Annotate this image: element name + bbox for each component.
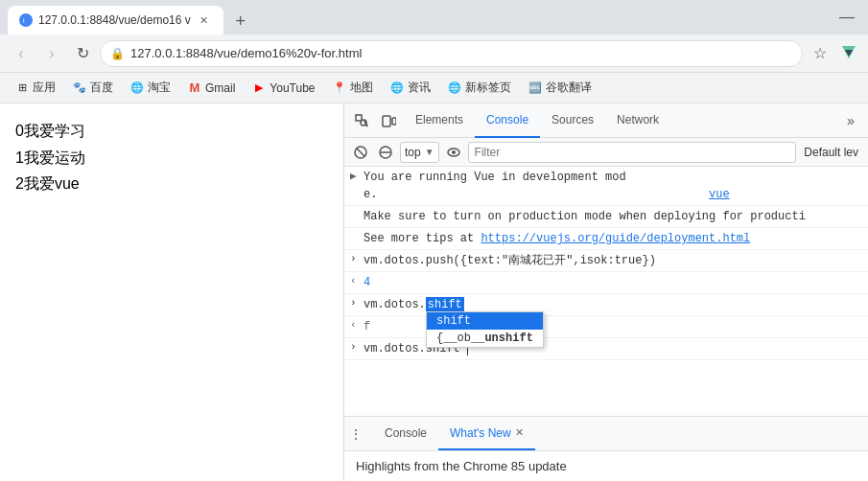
- filter-input[interactable]: [468, 142, 797, 163]
- news-icon: 🌐: [390, 81, 404, 95]
- address-bar[interactable]: 🔒 127.0.0.1:8848/vue/demo16%20v-for.html: [100, 40, 803, 67]
- vue-link[interactable]: vue: [709, 188, 730, 201]
- svg-rect-8: [392, 118, 396, 125]
- bookmark-baidu[interactable]: 🐾 百度: [65, 77, 121, 99]
- bookmark-news[interactable]: 🌐 资讯: [383, 77, 438, 99]
- tab-elements[interactable]: Elements: [404, 103, 475, 138]
- navigation-bar: ‹ › ↻ 🔒 127.0.0.1:8848/vue/demo16%20v-fo…: [0, 34, 868, 73]
- list-item-0: 0我爱学习: [15, 119, 328, 144]
- bookmark-youtube-label: YouTube: [270, 81, 315, 95]
- console-prompt-arrow3: ›: [350, 341, 364, 353]
- console-result-arrow2: ‹: [350, 319, 364, 331]
- console-arrow-spacer: [350, 209, 364, 220]
- bookmark-maps-label: 地图: [350, 80, 373, 96]
- context-value: top: [405, 146, 421, 159]
- bottom-tab-console[interactable]: Console: [373, 417, 438, 450]
- clear-console-button[interactable]: [350, 142, 371, 163]
- browser-tab[interactable]: i 127.0.0.1:8848/vue/demo16 v ✕: [8, 6, 223, 34]
- refresh-button[interactable]: ↻: [69, 40, 96, 67]
- whats-new-highlights: Highlights from the Chrome 85 update: [356, 459, 567, 473]
- list-item-1: 1我爱运动: [15, 146, 328, 171]
- context-dropdown-arrow: ▼: [425, 147, 434, 157]
- translate-icon: 🔤: [528, 81, 542, 95]
- bottom-menu-button[interactable]: ⋮: [344, 417, 367, 451]
- bookmarks-bar: ⊞ 应用 🐾 百度 🌐 淘宝 M Gmail ▶ YouTube 📍 地图 🌐 …: [0, 73, 868, 103]
- maps-icon: 📍: [333, 81, 346, 95]
- console-prompt-arrow2: ›: [350, 297, 364, 309]
- log-level-selector[interactable]: Default lev: [800, 146, 862, 159]
- youtube-icon: ▶: [252, 81, 266, 95]
- svg-rect-7: [383, 116, 390, 126]
- vuejs-deployment-link[interactable]: https://vuejs.org/guide/deployment.html: [481, 232, 750, 245]
- minimize-button[interactable]: —: [833, 4, 860, 31]
- bookmark-apps-label: 应用: [33, 80, 56, 96]
- console-line-result4: ‹ 4: [344, 272, 868, 294]
- console-arrow-spacer2: [350, 231, 364, 242]
- console-message-text: You are running Vue in development mode.…: [364, 169, 862, 203]
- main-content: 0我爱学习 1我爱运动 2我爱vue Elements Console Sour…: [0, 103, 868, 481]
- security-icon: 🔒: [110, 47, 125, 60]
- console-line-shift: › vm.dotos.shift shift {__ob__unshift: [344, 294, 868, 316]
- bookmark-button[interactable]: ☆: [807, 40, 833, 67]
- console-line-shift2: › vm.dotos.shift: [344, 338, 868, 360]
- bookmark-newtab[interactable]: 🌐 新标签页: [440, 77, 519, 99]
- svg-line-10: [357, 149, 364, 156]
- svg-rect-4: [356, 115, 362, 121]
- whats-new-panel: Highlights from the Chrome 85 update: [344, 450, 868, 481]
- inspect-element-button[interactable]: [350, 109, 373, 132]
- bookmark-gmail[interactable]: M Gmail: [180, 79, 243, 98]
- bookmark-news-label: 资讯: [408, 80, 431, 96]
- bookmark-apps[interactable]: ⊞ 应用: [8, 77, 63, 99]
- tab-close-button[interactable]: ✕: [197, 12, 212, 28]
- list-item-2: 2我爱vue: [15, 172, 328, 196]
- devtools-header: Elements Console Sources Network »: [344, 103, 868, 138]
- tab-network[interactable]: Network: [605, 103, 670, 138]
- autocomplete-unshift[interactable]: {__ob__unshift: [427, 330, 543, 347]
- context-selector[interactable]: top ▼: [400, 142, 439, 163]
- console-expand-arrow[interactable]: ▶: [350, 170, 364, 182]
- console-result-arrow: ‹: [350, 275, 364, 286]
- devtools-more-tabs-button[interactable]: »: [839, 109, 862, 132]
- devtools-toolbar: top ▼ Default lev: [344, 138, 868, 167]
- autocomplete-shift[interactable]: shift: [427, 312, 543, 330]
- title-bar: i 127.0.0.1:8848/vue/demo16 v ✕ + —: [0, 0, 868, 34]
- back-button[interactable]: ‹: [8, 40, 35, 67]
- newtab-icon: 🌐: [448, 81, 461, 95]
- devtools-bottom-bar: ⋮ Console What's New ✕: [344, 416, 868, 450]
- baidu-icon: 🐾: [73, 81, 86, 95]
- console-line-vue2: Make sure to turn on production mode whe…: [344, 206, 868, 228]
- apps-icon: ⊞: [15, 81, 29, 95]
- devtools-tabs: Elements Console Sources Network: [404, 103, 835, 138]
- console-output: ▶ You are running Vue in development mod…: [344, 167, 868, 416]
- bookmark-gmail-label: Gmail: [205, 81, 235, 95]
- eye-button[interactable]: [443, 142, 464, 163]
- devtools-panel: Elements Console Sources Network » top ▼: [343, 103, 868, 481]
- bookmark-taobao[interactable]: 🌐 淘宝: [123, 77, 178, 99]
- forward-button[interactable]: ›: [38, 40, 65, 67]
- bottom-tab-close-button[interactable]: ✕: [515, 426, 524, 439]
- bookmark-youtube[interactable]: ▶ YouTube: [245, 79, 322, 98]
- block-requests-button[interactable]: [375, 142, 396, 163]
- bookmark-newtab-label: 新标签页: [465, 80, 511, 96]
- tab-sources[interactable]: Sources: [540, 103, 605, 138]
- tab-console[interactable]: Console: [475, 103, 540, 138]
- page-content: 0我爱学习 1我爱运动 2我爱vue: [0, 103, 343, 481]
- console-prompt-arrow: ›: [350, 253, 364, 264]
- bookmark-maps[interactable]: 📍 地图: [325, 77, 381, 99]
- tab-bar: i 127.0.0.1:8848/vue/demo16 v ✕ +: [8, 0, 830, 34]
- bookmark-translate[interactable]: 🔤 谷歌翻译: [521, 77, 599, 99]
- device-toggle-button[interactable]: [377, 109, 400, 132]
- taobao-icon: 🌐: [130, 81, 144, 95]
- vuejs-icon: [837, 42, 860, 65]
- tab-favicon: i: [19, 13, 33, 27]
- console-message-text2: Make sure to turn on production mode whe…: [364, 208, 862, 225]
- bottom-tab-console-label: Console: [385, 426, 427, 440]
- console-line-vue3: See more tips at https://vuejs.org/guide…: [344, 228, 868, 250]
- bottom-tab-whats-new[interactable]: What's New ✕: [438, 417, 535, 450]
- bookmark-baidu-label: 百度: [90, 80, 113, 96]
- bookmark-taobao-label: 淘宝: [148, 80, 171, 96]
- console-line-f: ‹ f: [344, 316, 868, 338]
- new-tab-button[interactable]: +: [227, 8, 254, 34]
- address-text: 127.0.0.1:8848/vue/demo16%20v-for.html: [130, 46, 792, 60]
- console-result-4: 4: [364, 274, 862, 291]
